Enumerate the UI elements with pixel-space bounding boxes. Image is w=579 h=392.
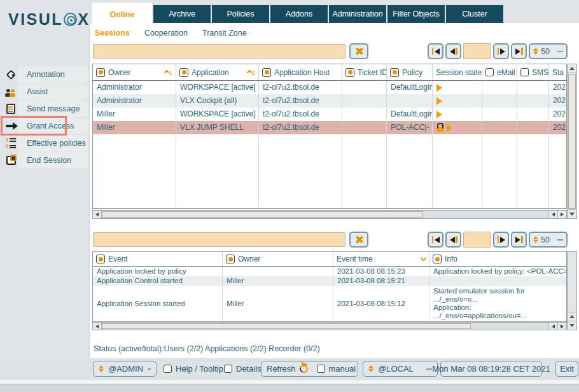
scroll-up-arrow[interactable] — [568, 312, 576, 321]
sidebar-item-grant-access[interactable]: Grant Access — [0, 118, 89, 134]
tab-addons[interactable]: Addons — [270, 5, 328, 23]
tab-archive[interactable]: Archive — [153, 5, 211, 23]
page-number-input[interactable] — [463, 232, 491, 248]
event-row[interactable]: Application locked by policy 2021-03-08 … — [93, 267, 566, 276]
session-table-hscrollbar[interactable] — [92, 210, 567, 219]
column-header-info[interactable]: Info — [429, 252, 566, 266]
session-table-header: Owner 1 Application 2 Application Host T… — [93, 64, 566, 81]
subtab-cooperation[interactable]: Cooperation — [144, 29, 188, 38]
refresh-group[interactable]: Refresh manual — [261, 361, 358, 377]
column-header-email[interactable]: eMail — [482, 64, 517, 80]
details-checkbox-item[interactable]: Details — [224, 361, 262, 377]
hscroll-thumb[interactable] — [102, 323, 471, 329]
filter-icon[interactable] — [96, 68, 105, 77]
filter-icon[interactable] — [179, 68, 188, 77]
clear-x-icon — [355, 235, 363, 244]
sort-indicator-asc: 1 — [165, 68, 172, 76]
sidebar-item-effective-policies[interactable]: 1 2 Effective policies — [0, 135, 89, 151]
first-page-icon — [435, 237, 440, 243]
subtab-sessions[interactable]: Sessions — [95, 29, 130, 38]
exit-button[interactable]: Exit — [555, 361, 578, 377]
sidebar-item-label: Send message — [27, 101, 80, 117]
scroll-left-arrow[interactable] — [93, 211, 102, 218]
cell-session-states — [433, 108, 482, 121]
sidebar-item-end-session[interactable]: End Session — [0, 152, 89, 169]
scroll-right-arrow[interactable] — [557, 323, 566, 330]
prev-page-button[interactable] — [445, 43, 461, 59]
page-size-select[interactable]: 50 — [529, 232, 568, 248]
filter-icon[interactable] — [433, 255, 442, 263]
scroll-down-arrow[interactable] — [568, 209, 576, 218]
column-header-start[interactable]: Sta — [549, 64, 566, 80]
first-page-button[interactable] — [428, 43, 443, 59]
event-row[interactable]: Application Session started Miller 2021-… — [93, 286, 566, 321]
session-row[interactable]: Administrator VLX Cockpit (all) t2-ol7u2… — [93, 94, 566, 108]
column-header-ticket-id[interactable]: Ticket ID — [342, 64, 387, 80]
scroll-left-arrow[interactable] — [93, 323, 102, 330]
column-header-policy[interactable]: Policy — [387, 64, 433, 80]
column-header-sms[interactable]: SMS — [517, 64, 549, 80]
filter-icon[interactable] — [226, 255, 235, 263]
hscroll-thumb[interactable] — [102, 211, 423, 218]
email-checkbox[interactable] — [485, 68, 494, 76]
session-row[interactable]: Administrator WORKSPACE [active] t2-ol7u… — [93, 81, 566, 94]
page-number-input[interactable] — [463, 43, 491, 59]
tab-online[interactable]: Online — [92, 3, 152, 25]
sidebar-item-annotation[interactable]: Annotation — [0, 66, 89, 83]
datetime-display[interactable]: Mon Mar 08 08:19:28 CET 2021 — [440, 361, 542, 377]
filter-icon[interactable] — [96, 255, 105, 263]
tab-administration[interactable]: Administration — [329, 5, 386, 23]
local-context-select[interactable]: @LOCAL — [363, 361, 438, 377]
hscroll-track[interactable] — [423, 211, 548, 218]
manual-refresh-checkbox[interactable] — [317, 365, 325, 373]
page-size-select[interactable]: 50 — [529, 43, 568, 59]
scroll-left-arrow[interactable] — [548, 211, 557, 218]
next-page-button[interactable] — [493, 232, 509, 248]
details-checkbox[interactable] — [224, 365, 232, 373]
column-header-event-owner[interactable]: Owner — [223, 252, 333, 266]
event-table-hscrollbar[interactable] — [92, 322, 567, 330]
filter-icon[interactable] — [262, 68, 271, 77]
column-header-owner[interactable]: Owner 1 — [93, 64, 176, 80]
session-row-selected[interactable]: Miller VLX JUMP SHELL t2-ol7u2.tbsol.de … — [93, 121, 566, 134]
session-filter-input[interactable] — [93, 44, 345, 59]
help-tooltip-checkbox-item[interactable]: Help / Tooltip — [164, 361, 223, 377]
event-filter-input[interactable] — [93, 232, 345, 247]
sidebar-item-assist[interactable]: Assist — [0, 83, 89, 100]
column-header-event-time[interactable]: Event time — [333, 252, 429, 266]
logo-text-right: X — [78, 10, 90, 29]
admin-context-select[interactable]: @ADMIN — [93, 361, 157, 377]
event-table-vscrollbar[interactable] — [567, 251, 577, 330]
event-filter-clear-button[interactable] — [349, 232, 368, 248]
vscroll-thumb[interactable] — [568, 74, 576, 209]
session-row[interactable]: Miller WORKSPACE [active] t2-ol7u2.tbsol… — [93, 108, 566, 121]
event-row[interactable]: Application Control started Miller 2021-… — [93, 276, 566, 286]
sms-checkbox[interactable] — [520, 68, 529, 76]
tab-filter-objects[interactable]: Filter Objects — [387, 5, 445, 23]
scroll-up-arrow[interactable] — [568, 64, 576, 73]
vscroll-track[interactable] — [568, 252, 576, 312]
scroll-down-arrow[interactable] — [568, 321, 576, 330]
subtab-transit-zone[interactable]: Transit Zone — [202, 29, 247, 38]
scroll-left-arrow[interactable] — [548, 323, 557, 330]
filter-icon[interactable] — [390, 68, 399, 77]
help-tooltip-checkbox[interactable] — [164, 365, 172, 373]
column-header-session-states[interactable]: Session states — [433, 64, 482, 80]
filter-icon[interactable] — [345, 68, 354, 77]
hscroll-track[interactable] — [471, 323, 548, 330]
first-page-button[interactable] — [428, 232, 443, 248]
last-page-button[interactable] — [511, 232, 527, 248]
session-filter-clear-button[interactable] — [349, 43, 368, 59]
tab-cluster[interactable]: Cluster — [446, 5, 503, 23]
column-label: Owner — [108, 68, 130, 77]
session-table-vscrollbar[interactable] — [567, 64, 577, 219]
last-page-button[interactable] — [511, 43, 527, 59]
column-header-application[interactable]: Application 2 — [176, 64, 259, 80]
scroll-right-arrow[interactable] — [557, 211, 566, 218]
column-header-event[interactable]: Event — [93, 252, 223, 266]
tab-policies[interactable]: Policies — [212, 5, 269, 23]
column-header-application-host[interactable]: Application Host — [259, 64, 342, 80]
sidebar-item-send-message[interactable]: Send message — [0, 101, 89, 117]
prev-page-button[interactable] — [445, 232, 461, 248]
next-page-button[interactable] — [493, 43, 509, 59]
